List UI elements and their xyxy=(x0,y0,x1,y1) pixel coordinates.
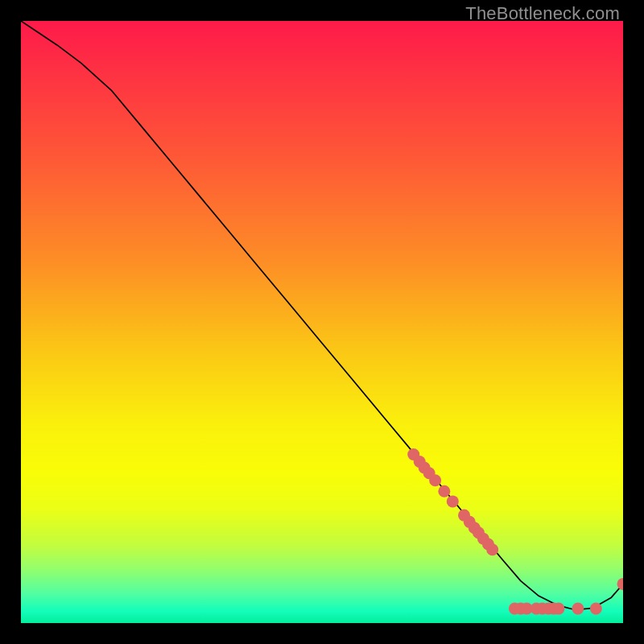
chart-marker xyxy=(572,603,584,615)
chart-marker xyxy=(447,495,459,507)
chart-background xyxy=(21,21,623,623)
chart-frame xyxy=(21,21,623,623)
chart-marker xyxy=(429,474,441,486)
chart-marker xyxy=(486,543,498,555)
chart-marker xyxy=(552,603,564,615)
chart-marker xyxy=(590,603,602,615)
chart-marker xyxy=(438,485,450,497)
bottleneck-chart xyxy=(21,21,623,623)
